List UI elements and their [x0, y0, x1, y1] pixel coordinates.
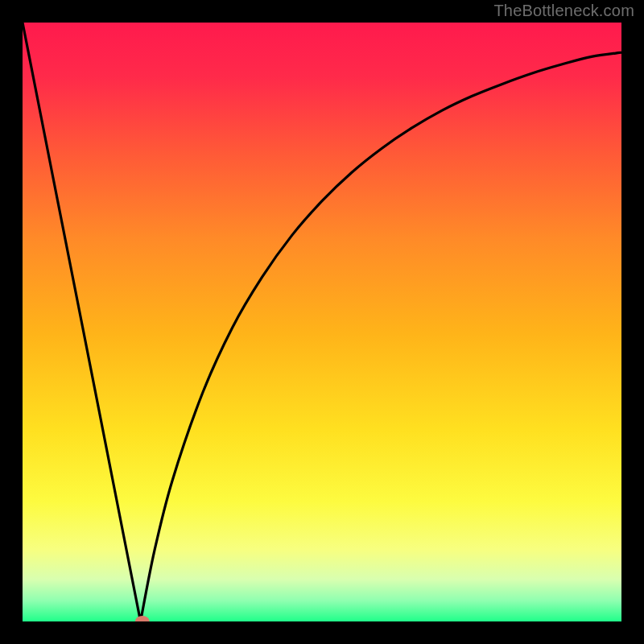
watermark-text: TheBottleneck.com — [493, 2, 634, 20]
chart-frame: TheBottleneck.com — [0, 0, 644, 644]
svg-rect-0 — [23, 23, 621, 621]
chart-plot-area — [23, 23, 621, 621]
chart-svg — [23, 23, 621, 621]
